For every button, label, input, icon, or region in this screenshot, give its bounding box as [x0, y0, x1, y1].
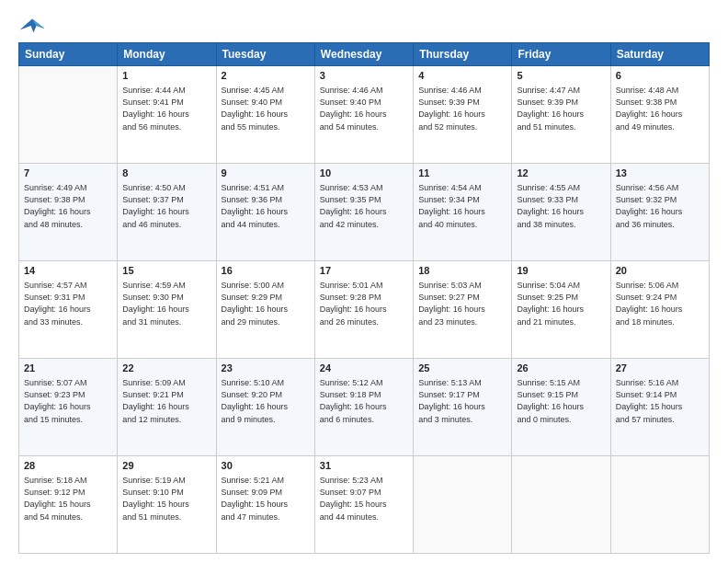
day-info: Sunrise: 4:56 AM Sunset: 9:32 PM Dayligh… [616, 182, 704, 230]
calendar-cell: 22Sunrise: 5:09 AM Sunset: 9:21 PM Dayli… [118, 359, 216, 456]
day-info: Sunrise: 5:10 AM Sunset: 9:20 PM Dayligh… [222, 377, 310, 425]
calendar-cell: 7Sunrise: 4:49 AM Sunset: 9:38 PM Daylig… [19, 164, 118, 261]
calendar-cell: 30Sunrise: 5:21 AM Sunset: 9:09 PM Dayli… [216, 456, 314, 554]
day-number: 9 [222, 167, 310, 180]
day-number: 17 [320, 264, 408, 278]
day-info: Sunrise: 4:54 AM Sunset: 9:34 PM Dayligh… [418, 182, 506, 230]
day-info: Sunrise: 5:03 AM Sunset: 9:27 PM Dayligh… [418, 280, 506, 327]
day-number: 27 [616, 362, 704, 375]
weekday-wednesday: Wednesday [314, 43, 413, 66]
day-info: Sunrise: 4:47 AM Sunset: 9:39 PM Dayligh… [517, 85, 605, 132]
day-number: 23 [222, 362, 310, 375]
day-info: Sunrise: 5:18 AM Sunset: 9:12 PM Dayligh… [24, 475, 112, 523]
weekday-sunday: Sunday [19, 43, 118, 66]
day-number: 2 [222, 69, 310, 83]
day-info: Sunrise: 4:55 AM Sunset: 9:33 PM Dayligh… [517, 182, 605, 230]
day-number: 13 [616, 167, 704, 180]
day-number: 16 [222, 264, 310, 278]
logo-icon [18, 15, 46, 37]
calendar-cell: 4Sunrise: 4:46 AM Sunset: 9:39 PM Daylig… [414, 66, 512, 164]
day-info: Sunrise: 5:15 AM Sunset: 9:15 PM Dayligh… [517, 377, 605, 425]
day-info: Sunrise: 5:01 AM Sunset: 9:28 PM Dayligh… [320, 280, 408, 327]
weekday-friday: Friday [512, 43, 610, 66]
calendar-cell: 17Sunrise: 5:01 AM Sunset: 9:28 PM Dayli… [314, 261, 413, 359]
day-number: 22 [122, 362, 210, 375]
day-number: 14 [24, 264, 112, 278]
day-info: Sunrise: 5:12 AM Sunset: 9:18 PM Dayligh… [320, 377, 408, 425]
week-row-1: 7Sunrise: 4:49 AM Sunset: 9:38 PM Daylig… [19, 164, 710, 261]
day-info: Sunrise: 5:13 AM Sunset: 9:17 PM Dayligh… [418, 377, 506, 425]
day-number: 11 [418, 167, 506, 180]
day-info: Sunrise: 5:04 AM Sunset: 9:25 PM Dayligh… [517, 280, 605, 327]
calendar-cell: 23Sunrise: 5:10 AM Sunset: 9:20 PM Dayli… [216, 359, 314, 456]
calendar-cell: 13Sunrise: 4:56 AM Sunset: 9:32 PM Dayli… [610, 164, 709, 261]
day-info: Sunrise: 5:00 AM Sunset: 9:29 PM Dayligh… [222, 280, 310, 327]
calendar-cell: 11Sunrise: 4:54 AM Sunset: 9:34 PM Dayli… [414, 164, 512, 261]
weekday-tuesday: Tuesday [216, 43, 314, 66]
calendar-cell: 26Sunrise: 5:15 AM Sunset: 9:15 PM Dayli… [512, 359, 610, 456]
calendar-cell: 2Sunrise: 4:45 AM Sunset: 9:40 PM Daylig… [216, 66, 314, 164]
calendar-cell: 14Sunrise: 4:57 AM Sunset: 9:31 PM Dayli… [19, 261, 118, 359]
header [18, 15, 710, 37]
day-info: Sunrise: 5:23 AM Sunset: 9:07 PM Dayligh… [320, 475, 408, 523]
calendar-table: SundayMondayTuesdayWednesdayThursdayFrid… [18, 42, 710, 554]
day-number: 5 [517, 69, 605, 83]
day-number: 7 [24, 167, 112, 180]
day-number: 26 [517, 362, 605, 375]
day-number: 10 [320, 167, 408, 180]
day-number: 3 [320, 69, 408, 83]
day-info: Sunrise: 4:51 AM Sunset: 9:36 PM Dayligh… [222, 182, 310, 230]
day-info: Sunrise: 4:59 AM Sunset: 9:30 PM Dayligh… [122, 280, 210, 327]
calendar-cell: 25Sunrise: 5:13 AM Sunset: 9:17 PM Dayli… [414, 359, 512, 456]
day-number: 15 [122, 264, 210, 278]
weekday-thursday: Thursday [414, 43, 512, 66]
day-info: Sunrise: 5:21 AM Sunset: 9:09 PM Dayligh… [222, 475, 310, 523]
calendar-cell: 16Sunrise: 5:00 AM Sunset: 9:29 PM Dayli… [216, 261, 314, 359]
calendar-cell: 31Sunrise: 5:23 AM Sunset: 9:07 PM Dayli… [314, 456, 413, 554]
day-number: 30 [222, 459, 310, 473]
calendar-cell [610, 456, 709, 554]
day-number: 6 [616, 69, 704, 83]
day-info: Sunrise: 4:44 AM Sunset: 9:41 PM Dayligh… [122, 85, 210, 132]
calendar-cell: 8Sunrise: 4:50 AM Sunset: 9:37 PM Daylig… [118, 164, 216, 261]
day-number: 25 [418, 362, 506, 375]
calendar-cell [414, 456, 512, 554]
calendar-cell: 6Sunrise: 4:48 AM Sunset: 9:38 PM Daylig… [610, 66, 709, 164]
day-number: 20 [616, 264, 704, 278]
day-number: 24 [320, 362, 408, 375]
calendar-cell [19, 66, 118, 164]
day-number: 18 [418, 264, 506, 278]
calendar-cell: 29Sunrise: 5:19 AM Sunset: 9:10 PM Dayli… [118, 456, 216, 554]
weekday-header-row: SundayMondayTuesdayWednesdayThursdayFrid… [19, 43, 710, 66]
calendar-cell: 18Sunrise: 5:03 AM Sunset: 9:27 PM Dayli… [414, 261, 512, 359]
calendar-cell: 19Sunrise: 5:04 AM Sunset: 9:25 PM Dayli… [512, 261, 610, 359]
calendar-cell: 24Sunrise: 5:12 AM Sunset: 9:18 PM Dayli… [314, 359, 413, 456]
week-row-4: 28Sunrise: 5:18 AM Sunset: 9:12 PM Dayli… [19, 456, 710, 554]
day-number: 28 [24, 459, 112, 473]
calendar-cell: 5Sunrise: 4:47 AM Sunset: 9:39 PM Daylig… [512, 66, 610, 164]
logo [18, 15, 50, 37]
page: SundayMondayTuesdayWednesdayThursdayFrid… [0, 0, 728, 563]
day-number: 4 [418, 69, 506, 83]
calendar-cell: 1Sunrise: 4:44 AM Sunset: 9:41 PM Daylig… [118, 66, 216, 164]
day-info: Sunrise: 5:16 AM Sunset: 9:14 PM Dayligh… [616, 377, 704, 425]
calendar-cell: 20Sunrise: 5:06 AM Sunset: 9:24 PM Dayli… [610, 261, 709, 359]
day-info: Sunrise: 4:50 AM Sunset: 9:37 PM Dayligh… [122, 182, 210, 230]
day-number: 12 [517, 167, 605, 180]
calendar-cell [512, 456, 610, 554]
day-info: Sunrise: 4:57 AM Sunset: 9:31 PM Dayligh… [24, 280, 112, 327]
calendar-cell: 10Sunrise: 4:53 AM Sunset: 9:35 PM Dayli… [314, 164, 413, 261]
day-info: Sunrise: 4:53 AM Sunset: 9:35 PM Dayligh… [320, 182, 408, 230]
calendar-cell: 12Sunrise: 4:55 AM Sunset: 9:33 PM Dayli… [512, 164, 610, 261]
week-row-2: 14Sunrise: 4:57 AM Sunset: 9:31 PM Dayli… [19, 261, 710, 359]
week-row-3: 21Sunrise: 5:07 AM Sunset: 9:23 PM Dayli… [19, 359, 710, 456]
day-info: Sunrise: 4:46 AM Sunset: 9:39 PM Dayligh… [418, 85, 506, 132]
day-info: Sunrise: 4:46 AM Sunset: 9:40 PM Dayligh… [320, 85, 408, 132]
day-info: Sunrise: 4:48 AM Sunset: 9:38 PM Dayligh… [616, 85, 704, 132]
day-info: Sunrise: 5:07 AM Sunset: 9:23 PM Dayligh… [24, 377, 112, 425]
calendar-cell: 15Sunrise: 4:59 AM Sunset: 9:30 PM Dayli… [118, 261, 216, 359]
day-number: 1 [122, 69, 210, 83]
day-info: Sunrise: 4:45 AM Sunset: 9:40 PM Dayligh… [222, 85, 310, 132]
day-number: 19 [517, 264, 605, 278]
week-row-0: 1Sunrise: 4:44 AM Sunset: 9:41 PM Daylig… [19, 66, 710, 164]
